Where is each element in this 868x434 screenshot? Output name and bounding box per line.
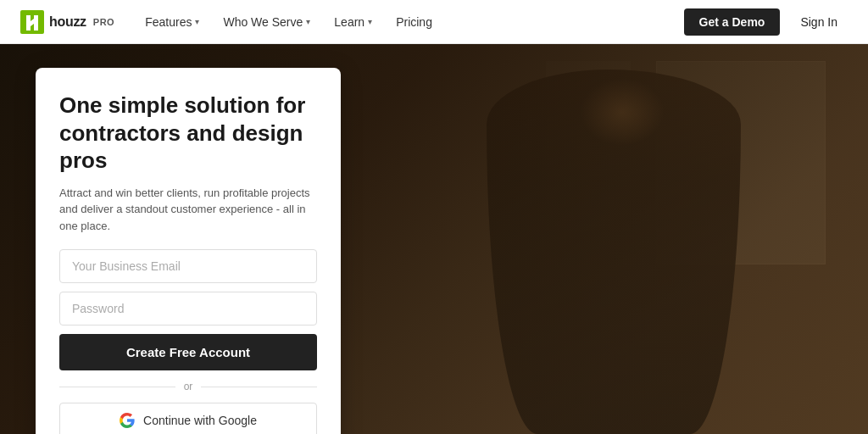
- signup-card: One simple solution for contractors and …: [36, 68, 341, 434]
- chevron-down-icon: ▾: [195, 17, 199, 26]
- card-subtext: Attract and win better clients, run prof…: [59, 185, 317, 235]
- navbar: houzz PRO Features ▾ Who We Serve ▾ Lear…: [0, 0, 868, 44]
- nav-item-learn[interactable]: Learn ▾: [324, 10, 382, 34]
- card-headline: One simple solution for contractors and …: [59, 92, 317, 175]
- hero-section: One simple solution for contractors and …: [0, 44, 868, 434]
- google-signin-button[interactable]: Continue with Google: [59, 403, 317, 434]
- google-button-label: Continue with Google: [143, 414, 257, 427]
- logo-area[interactable]: houzz PRO: [20, 10, 114, 34]
- chevron-down-icon: ▾: [306, 17, 310, 26]
- nav-links: Features ▾ Who We Serve ▾ Learn ▾ Pricin…: [135, 10, 683, 34]
- nav-learn-label: Learn: [334, 15, 364, 29]
- nav-right: Get a Demo Sign In: [684, 8, 848, 36]
- nav-item-features[interactable]: Features ▾: [135, 10, 209, 34]
- password-input[interactable]: [59, 292, 317, 326]
- google-icon: [120, 413, 135, 428]
- divider: or: [59, 381, 317, 392]
- logo-wordmark: houzz: [49, 14, 86, 30]
- create-account-button[interactable]: Create Free Account: [59, 334, 317, 370]
- nav-pricing-label: Pricing: [396, 15, 432, 29]
- get-demo-button[interactable]: Get a Demo: [684, 8, 781, 36]
- email-input[interactable]: [59, 249, 317, 283]
- divider-label: or: [184, 381, 193, 392]
- sign-in-button[interactable]: Sign In: [790, 8, 848, 36]
- nav-features-label: Features: [145, 15, 192, 29]
- logo-pro-badge: PRO: [93, 17, 114, 27]
- divider-line-right: [201, 387, 317, 387]
- nav-item-who-we-serve[interactable]: Who We Serve ▾: [213, 10, 320, 34]
- chevron-down-icon: ▾: [368, 17, 372, 26]
- houzz-logo-icon: [20, 10, 44, 34]
- divider-line-left: [59, 387, 175, 387]
- nav-item-pricing[interactable]: Pricing: [386, 10, 442, 34]
- nav-who-serve-label: Who We Serve: [223, 15, 303, 29]
